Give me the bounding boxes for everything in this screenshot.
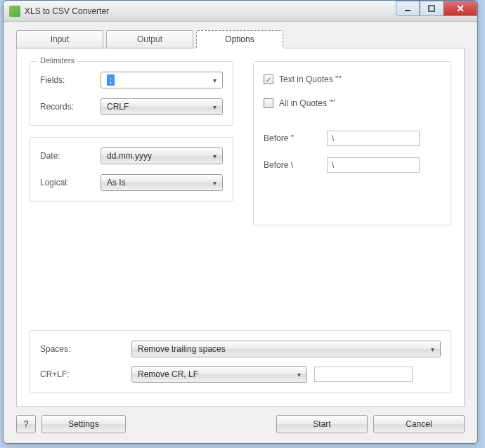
records-value: CRLF	[107, 102, 129, 112]
left-column: Delimiters Fields: ; Records: CRLF	[30, 61, 233, 225]
records-dropdown[interactable]: CRLF	[101, 98, 223, 115]
records-row: Records: CRLF	[40, 98, 223, 115]
format-group: Date: dd.mm.yyyy Logical: As Is	[30, 137, 233, 202]
date-dropdown[interactable]: dd.mm.yyyy	[101, 147, 223, 164]
close-button[interactable]	[444, 1, 477, 16]
window-controls	[396, 1, 477, 16]
logical-value: As Is	[107, 178, 126, 187]
crlf-dropdown[interactable]: Remove CR, LF	[131, 366, 307, 383]
spaces-dropdown[interactable]: Remove trailing spaces	[131, 341, 441, 357]
svg-rect-1	[429, 6, 434, 11]
upper-row: Delimiters Fields: ; Records: CRLF	[30, 61, 451, 225]
maximize-button[interactable]	[420, 1, 444, 16]
logical-dropdown[interactable]: As Is	[101, 174, 223, 191]
date-label: Date:	[40, 151, 101, 161]
minimize-button[interactable]	[396, 1, 420, 16]
before-backslash-row: Before \ \	[264, 157, 441, 173]
spaces-value: Remove trailing spaces	[138, 344, 226, 354]
window-title: XLS to CSV Converter	[25, 6, 109, 16]
text-in-quotes-row: ✓ Text in Quotes ""	[264, 72, 441, 84]
help-button[interactable]: ?	[16, 415, 36, 433]
tab-input[interactable]: Input	[16, 30, 103, 48]
before-quote-input[interactable]: \	[327, 131, 420, 146]
tab-output[interactable]: Output	[106, 30, 193, 48]
all-in-quotes-row: All in Quotes ""	[264, 95, 441, 108]
cleanup-group: Spaces: Remove trailing spaces CR+LF: Re…	[30, 330, 451, 393]
before-quote-row: Before " \	[264, 131, 441, 146]
crlf-row: CR+LF: Remove CR, LF	[40, 366, 441, 383]
titlebar[interactable]: XLS to CSV Converter	[4, 1, 477, 22]
fields-row: Fields: ;	[40, 72, 223, 88]
all-in-quotes-label: All in Quotes ""	[279, 98, 335, 108]
delimiters-legend: Delimiters	[37, 56, 77, 65]
right-column: ✓ Text in Quotes "" All in Quotes "" Bef…	[253, 61, 451, 225]
fields-dropdown[interactable]: ;	[101, 72, 223, 88]
tab-strip: Input Output Options	[16, 30, 465, 48]
crlf-value: Remove CR, LF	[138, 369, 198, 379]
records-label: Records:	[40, 102, 101, 112]
footer-buttons: ? Settings Start Cancel	[16, 407, 465, 433]
text-in-quotes-label: Text in Quotes ""	[279, 74, 342, 84]
logical-label: Logical:	[40, 178, 101, 187]
spaces-row: Spaces: Remove trailing spaces	[40, 341, 441, 357]
delimiters-group: Delimiters Fields: ; Records: CRLF	[30, 61, 233, 126]
before-backslash-input[interactable]: \	[327, 157, 420, 173]
spaces-label: Spaces:	[40, 344, 131, 354]
app-icon	[9, 6, 20, 17]
date-value: dd.mm.yyyy	[107, 151, 152, 161]
crlf-label: CR+LF:	[40, 369, 131, 379]
before-quote-label: Before "	[264, 133, 327, 143]
fields-label: Fields:	[40, 75, 101, 85]
quotes-group: ✓ Text in Quotes "" All in Quotes "" Bef…	[253, 61, 451, 225]
cancel-button[interactable]: Cancel	[373, 415, 465, 433]
date-row: Date: dd.mm.yyyy	[40, 147, 223, 164]
maximize-icon	[428, 5, 435, 12]
svg-rect-0	[405, 10, 410, 11]
close-icon	[457, 5, 464, 12]
tab-options[interactable]: Options	[196, 30, 283, 48]
content-area: Input Output Options Delimiters Fields: …	[4, 22, 477, 443]
logical-row: Logical: As Is	[40, 174, 223, 191]
all-in-quotes-checkbox[interactable]	[264, 98, 273, 108]
options-panel: Delimiters Fields: ; Records: CRLF	[16, 48, 465, 407]
settings-button[interactable]: Settings	[41, 415, 126, 433]
text-in-quotes-checkbox[interactable]: ✓	[264, 74, 273, 84]
fields-value: ;	[107, 74, 115, 86]
app-window: XLS to CSV Converter Input Output Option…	[3, 0, 478, 444]
minimize-icon	[404, 5, 411, 12]
start-button[interactable]: Start	[276, 415, 368, 433]
before-backslash-label: Before \	[264, 160, 327, 170]
crlf-extra-input[interactable]	[314, 367, 413, 382]
